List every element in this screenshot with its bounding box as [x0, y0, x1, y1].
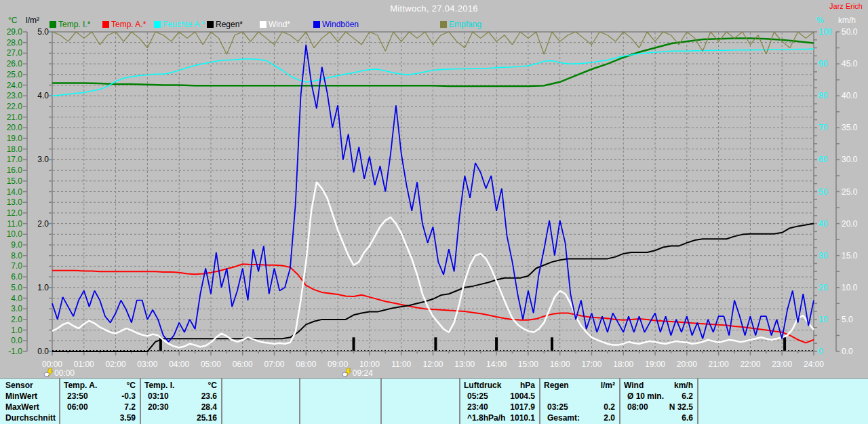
legend-item: Windböen: [313, 20, 359, 29]
table-separator: [539, 379, 540, 424]
table-cell-value: N 32.5: [646, 402, 693, 412]
svg-text:06:00: 06:00: [233, 360, 253, 369]
svg-text:0: 0: [818, 347, 823, 356]
svg-text:45.0: 45.0: [842, 59, 858, 69]
table-separator: [299, 379, 300, 424]
event-marker: 00:00: [44, 368, 75, 378]
table-cell-value: 1017.9: [488, 402, 535, 412]
table-cell-time: 23:40: [467, 402, 488, 412]
svg-text:00:00: 00:00: [42, 360, 62, 369]
svg-text:09:24: 09:24: [353, 368, 373, 378]
legend-swatch-wind: [260, 21, 267, 28]
table-row-label: MinWert: [5, 391, 37, 401]
svg-text:24.0: 24.0: [7, 81, 23, 90]
table-cell-value: 25.16: [170, 413, 217, 423]
svg-text:10.0: 10.0: [7, 229, 23, 239]
svg-text:60: 60: [818, 155, 828, 164]
svg-text:20: 20: [818, 283, 828, 292]
svg-text:90: 90: [818, 59, 828, 69]
table-col-header: Temp. I.: [144, 381, 174, 390]
svg-text:26.0: 26.0: [7, 59, 23, 69]
svg-text:18.0: 18.0: [7, 144, 23, 154]
table-cell-value: 0.2: [568, 402, 615, 412]
svg-text:0.0: 0.0: [37, 347, 49, 356]
svg-text:02:00: 02:00: [106, 360, 126, 369]
svg-text:2.0: 2.0: [11, 315, 22, 324]
svg-text:Wind*: Wind*: [269, 20, 290, 29]
svg-text:3.0: 3.0: [37, 155, 49, 164]
svg-text:19:00: 19:00: [645, 360, 665, 369]
event-marker: 09:24: [342, 368, 373, 378]
svg-text:50.0: 50.0: [842, 27, 858, 37]
svg-text:18:00: 18:00: [613, 360, 633, 369]
table-cell-value: 3.59: [88, 413, 136, 423]
svg-text:13.0: 13.0: [7, 197, 23, 207]
chart-legend: Temp. I.*Temp. A.*Feuchte A.*Regen*Wind*…: [50, 20, 481, 29]
table-cell-value: 6.6: [646, 413, 693, 423]
svg-text:30.0: 30.0: [842, 155, 858, 164]
legend-swatch-empfang: [440, 21, 447, 28]
legend-item: Feuchte A.*: [154, 20, 205, 29]
table-separator: [697, 379, 698, 424]
svg-text:Temp. I.*: Temp. I.*: [58, 20, 91, 29]
svg-text:12:00: 12:00: [422, 360, 443, 369]
legend-swatch-tempi: [50, 21, 56, 28]
legend-item: Temp. A.*: [102, 20, 146, 29]
svg-text:14.0: 14.0: [7, 187, 23, 197]
svg-text:04:00: 04:00: [169, 360, 189, 369]
table-cell-value: 23.6: [170, 391, 217, 401]
table-cell-value: 28.4: [170, 402, 217, 412]
svg-text:1.0: 1.0: [37, 283, 49, 292]
svg-text:08:00: 08:00: [296, 360, 316, 369]
table-col-unit: °C: [176, 381, 217, 390]
weather-app-window: Mittwoch, 27.04.2016 Jarz Erich °C l/m² …: [0, 0, 868, 424]
table-cell-time: 03:25: [547, 402, 568, 412]
legend-swatch-tempa: [102, 21, 109, 28]
svg-text:27.0: 27.0: [7, 48, 23, 58]
table-cell-time: 23:50: [67, 391, 88, 401]
svg-text:22.0: 22.0: [7, 102, 23, 111]
svg-text:10:00: 10:00: [359, 360, 380, 369]
table-cell-value: 1010.1: [488, 413, 535, 423]
svg-text:20.0: 20.0: [842, 219, 858, 229]
svg-text:15.0: 15.0: [7, 176, 23, 186]
table-col-header: Temp. A.: [64, 381, 97, 390]
svg-text:6.0: 6.0: [11, 272, 22, 282]
axes: [23, 32, 840, 355]
svg-text:Temp. A.*: Temp. A.*: [111, 20, 146, 29]
svg-text:0.0: 0.0: [842, 347, 853, 356]
svg-text:21.0: 21.0: [7, 113, 23, 122]
svg-text:25.0: 25.0: [842, 187, 858, 197]
svg-text:11.0: 11.0: [7, 219, 23, 229]
svg-text:12.0: 12.0: [7, 208, 23, 218]
svg-text:16.0: 16.0: [7, 166, 23, 175]
table-col-unit: hPa: [494, 381, 535, 390]
svg-text:20:00: 20:00: [677, 360, 697, 369]
svg-text:Empfang: Empfang: [449, 20, 481, 29]
table-cell-value: 2.0: [568, 413, 615, 423]
svg-text:11:00: 11:00: [391, 360, 411, 369]
svg-text:0.0: 0.0: [11, 336, 22, 345]
table-cell-value: 1004.5: [488, 391, 535, 401]
svg-text:Windböen: Windböen: [322, 20, 359, 29]
svg-text:40: 40: [818, 219, 828, 229]
table-cell-time: 03:10: [148, 391, 169, 401]
svg-text:19.0: 19.0: [7, 134, 23, 143]
svg-text:50: 50: [818, 187, 828, 197]
svg-text:17.0: 17.0: [7, 155, 23, 164]
svg-text:70: 70: [818, 123, 828, 132]
weather-chart-svg: 29.028.027.026.025.024.023.022.021.020.0…: [0, 0, 868, 378]
svg-text:10.0: 10.0: [842, 283, 858, 292]
svg-text:5.0: 5.0: [842, 315, 853, 324]
svg-text:28.0: 28.0: [7, 38, 23, 47]
svg-text:00:00: 00:00: [54, 368, 75, 378]
table-col-header: Wind: [624, 381, 644, 390]
svg-text:29.0: 29.0: [7, 27, 23, 37]
table-cell-value: 7.2: [88, 402, 136, 412]
svg-text:-1.0: -1.0: [8, 347, 22, 356]
svg-text:01:00: 01:00: [74, 360, 94, 369]
table-separator: [380, 379, 382, 424]
svg-text:05:00: 05:00: [201, 360, 221, 369]
svg-text:80: 80: [818, 91, 828, 100]
table-separator: [221, 379, 222, 424]
